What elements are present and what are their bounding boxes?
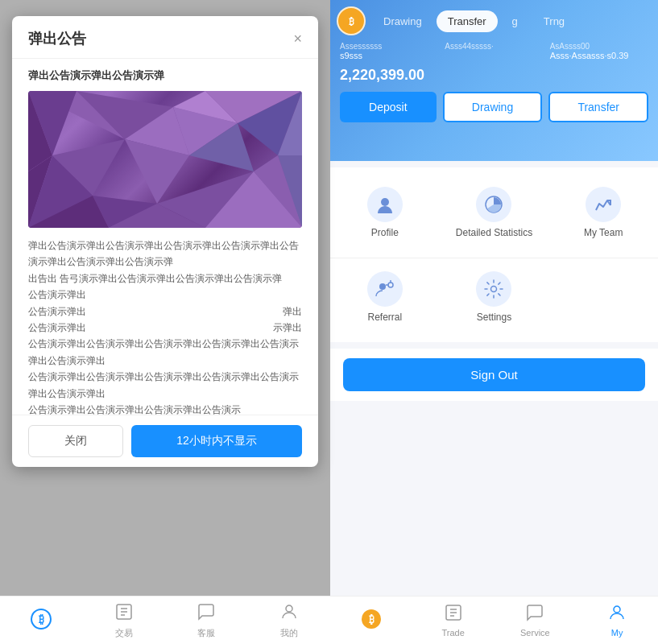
svg-marker-21 <box>205 91 302 123</box>
svg-marker-12 <box>157 171 254 228</box>
modal-footer: 关闭 12小时内不显示 <box>12 415 318 467</box>
tab-g[interactable]: g <box>501 10 529 32</box>
svg-text:₿: ₿ <box>368 613 374 625</box>
nav-item-my-left[interactable]: 我的 <box>248 597 331 644</box>
my-label-left: 我的 <box>280 627 298 639</box>
svg-marker-17 <box>205 171 302 228</box>
service-label-right: Service <box>520 628 550 638</box>
svg-marker-19 <box>28 196 109 228</box>
menu-item-empty <box>548 262 658 332</box>
top-card: ₿ Drawing Transfer g Trng Assessssss s9s… <box>330 0 658 161</box>
menu-item-referral[interactable]: Referral <box>330 262 440 332</box>
bottom-nav-right: ₿ Trade Service <box>330 596 658 644</box>
svg-marker-0 <box>28 91 125 139</box>
close-button[interactable]: 关闭 <box>28 425 123 457</box>
nav-item-bitcoin[interactable]: ₿ <box>0 597 83 644</box>
detailed-statistics-icon <box>476 187 511 222</box>
stat-col-2: Asss44sssss· <box>445 42 543 60</box>
hide-12h-button[interactable]: 12小时内不显示 <box>131 425 302 457</box>
profile-label: Profile <box>371 227 399 238</box>
svg-marker-5 <box>52 139 125 196</box>
bitcoin-icon-right: ₿ <box>361 609 382 633</box>
modal-title: 弹出公告 <box>28 29 86 48</box>
stat-value-1: s9sss <box>340 51 438 60</box>
bottom-nav-left: ₿ 交易 客服 <box>0 596 330 644</box>
deposit-button[interactable]: Deposit <box>340 92 437 122</box>
modal-text: 弹出公告演示弹出公告演示弹出公告演示弹出公告演示弹出公告演示弹出公告演示弹出公告… <box>28 237 302 415</box>
menu-item-profile[interactable]: Profile <box>330 177 440 248</box>
svg-marker-7 <box>173 107 238 155</box>
nav-item-service[interactable]: 客服 <box>165 597 248 644</box>
menu-item-my-team[interactable]: My Team <box>548 177 658 248</box>
stat-label-3: AsAssss00 <box>550 42 648 51</box>
svg-marker-3 <box>28 91 77 155</box>
menu-item-settings[interactable]: Settings <box>440 262 549 332</box>
svg-marker-16 <box>254 155 302 228</box>
tabs-row: ₿ Drawing Transfer g Trng <box>330 0 658 35</box>
my-icon-right <box>607 603 627 625</box>
action-buttons: Deposit Drawing Transfer <box>330 92 658 134</box>
service-icon <box>197 602 216 625</box>
tab-transfer[interactable]: Transfer <box>437 10 498 32</box>
nav-item-trade[interactable]: 交易 <box>83 597 166 644</box>
nav-item-my-right[interactable]: My <box>576 597 658 644</box>
svg-point-31 <box>381 198 389 206</box>
my-label-right: My <box>611 628 623 638</box>
modal-dialog: 弹出公告 × 弹出公告演示弹出公告演示弹 <box>12 16 318 467</box>
menu-grid-row1: Profile Detailed Statistics My Team <box>330 167 658 258</box>
bitcoin-icon: ₿ <box>31 609 52 633</box>
svg-point-37 <box>491 287 497 292</box>
trade-label-right: Trade <box>441 628 464 638</box>
tab-drawing[interactable]: Drawing <box>372 10 433 32</box>
sign-out-area: Sign Out <box>330 349 658 401</box>
modal-header: 弹出公告 × <box>12 16 318 59</box>
trade-icon-right <box>444 603 463 625</box>
my-team-label: My Team <box>584 227 623 238</box>
svg-marker-8 <box>189 123 254 171</box>
profile-icon <box>367 187 403 222</box>
my-icon-left <box>279 602 299 625</box>
svg-marker-4 <box>28 91 52 171</box>
svg-marker-18 <box>109 204 205 228</box>
left-panel: 弹出公告 × 弹出公告演示弹出公告演示弹 <box>0 0 330 644</box>
service-label: 客服 <box>197 627 215 639</box>
svg-marker-10 <box>278 91 302 155</box>
detailed-statistics-label: Detailed Statistics <box>456 227 532 238</box>
svg-marker-9 <box>238 91 302 155</box>
svg-marker-1 <box>77 91 173 139</box>
drawing-button[interactable]: Drawing <box>443 92 543 122</box>
svg-point-34 <box>388 283 393 287</box>
svg-point-33 <box>379 283 386 290</box>
stat-col-1: Assessssss s9sss <box>340 42 438 60</box>
svg-marker-15 <box>278 155 302 228</box>
tab-trng[interactable]: Trng <box>532 10 576 32</box>
nav-item-service-right[interactable]: Service <box>495 597 577 644</box>
referral-icon <box>367 271 403 307</box>
svg-text:₿: ₿ <box>39 613 44 625</box>
svg-text:₿: ₿ <box>349 16 354 27</box>
svg-point-44 <box>614 606 620 613</box>
modal-close-button[interactable]: × <box>293 31 302 46</box>
menu-item-detailed-statistics[interactable]: Detailed Statistics <box>440 177 549 248</box>
balance-amount: 2,220,399.00 <box>330 67 658 92</box>
svg-marker-2 <box>125 107 189 155</box>
coin-icon: ₿ <box>337 6 366 35</box>
nav-item-bitcoin-right[interactable]: ₿ <box>330 597 412 644</box>
stat-label-1: Assessssss <box>340 42 438 51</box>
service-icon-right <box>525 603 544 625</box>
transfer-button[interactable]: Transfer <box>548 92 648 122</box>
trade-icon <box>114 602 134 625</box>
settings-label: Settings <box>477 312 511 323</box>
svg-marker-14 <box>28 155 93 228</box>
svg-marker-20 <box>173 91 238 123</box>
nav-item-trade-right[interactable]: Trade <box>412 597 495 644</box>
stats-row: Assessssss s9sss Asss44sssss· AsAssss00 … <box>330 35 658 67</box>
svg-point-28 <box>286 605 292 612</box>
sign-out-button[interactable]: Sign Out <box>343 358 645 391</box>
trade-label: 交易 <box>115 627 133 639</box>
svg-marker-11 <box>93 196 157 228</box>
referral-label: Referral <box>367 312 402 323</box>
svg-marker-13 <box>28 155 52 228</box>
stat-value-3: Asss·Assasss·s0.39 <box>550 51 648 60</box>
stat-col-3: AsAssss00 Asss·Assasss·s0.39 <box>550 42 648 60</box>
